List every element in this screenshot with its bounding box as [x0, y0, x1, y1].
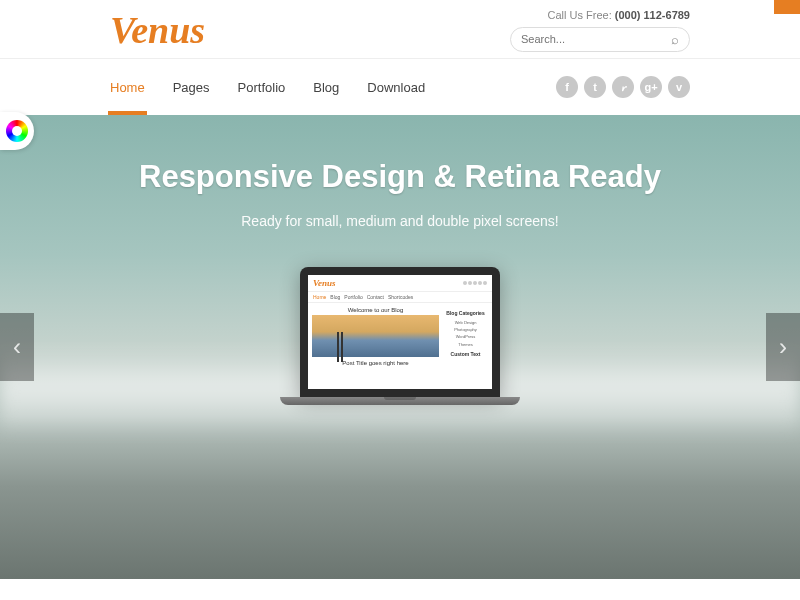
mini-side-heading: Blog Categories [443, 309, 488, 318]
mini-side-item: WordPress [443, 333, 488, 340]
laptop-base [280, 397, 520, 405]
mini-header: Venus [308, 275, 492, 292]
social-icons: f t 𝓻 g+ v [556, 76, 690, 98]
mini-nav-item: Portfolio [344, 294, 362, 300]
mini-post-image [312, 315, 439, 357]
laptop-mockup: Venus Home Blog Portfolio Con [280, 267, 520, 405]
mini-side-item: Themes [443, 341, 488, 348]
mini-nav-item: Home [313, 294, 326, 300]
corner-tab[interactable] [774, 0, 800, 14]
slider-next[interactable]: › [766, 313, 800, 381]
mini-logo: Venus [313, 278, 336, 288]
chevron-right-icon: › [779, 333, 787, 361]
laptop-display: Venus Home Blog Portfolio Con [308, 275, 492, 389]
mini-body: Welcome to our Blog Post Title goes righ… [308, 303, 492, 372]
hero-subtitle: Ready for small, medium and double pixel… [0, 213, 800, 229]
mini-social [463, 281, 487, 285]
mini-welcome: Welcome to our Blog [312, 307, 439, 313]
call-free: Call Us Free: (000) 112-6789 [548, 9, 690, 21]
phone-number: (000) 112-6789 [615, 9, 690, 21]
color-wheel-icon [6, 120, 28, 142]
nav-item-pages[interactable]: Pages [173, 60, 210, 115]
mini-side-item: Photography [443, 326, 488, 333]
mini-main: Welcome to our Blog Post Title goes righ… [312, 307, 439, 368]
twitter-icon[interactable]: t [584, 76, 606, 98]
mini-dot-icon [468, 281, 472, 285]
topbar-right: Call Us Free: (000) 112-6789 ⌕ [510, 9, 690, 52]
hero-slider: ‹ › Responsive Design & Retina Ready Rea… [0, 115, 800, 579]
mini-nav: Home Blog Portfolio Contact Shortcodes [308, 292, 492, 303]
rss-icon[interactable]: 𝓻 [612, 76, 634, 98]
search-input[interactable] [521, 33, 671, 45]
mini-nav-item: Shortcodes [388, 294, 413, 300]
mini-dot-icon [463, 281, 467, 285]
mini-post-title: Post Title goes right here [312, 360, 439, 366]
nav-item-portfolio[interactable]: Portfolio [238, 60, 286, 115]
facebook-icon[interactable]: f [556, 76, 578, 98]
nav-item-download[interactable]: Download [367, 60, 425, 115]
hero-title: Responsive Design & Retina Ready [0, 159, 800, 195]
mini-nav-item: Contact [367, 294, 384, 300]
mini-dot-icon [473, 281, 477, 285]
mini-dot-icon [483, 281, 487, 285]
nav-menu: Home Pages Portfolio Blog Download [110, 60, 425, 115]
mini-side-item: Web Design [443, 319, 488, 326]
search-box[interactable]: ⌕ [510, 27, 690, 52]
mini-side-heading: Custom Text [443, 350, 488, 359]
gplus-icon[interactable]: g+ [640, 76, 662, 98]
call-label: Call Us Free: [548, 9, 615, 21]
hero-content: Responsive Design & Retina Ready Ready f… [0, 115, 800, 405]
chevron-left-icon: ‹ [13, 333, 21, 361]
mini-nav-item: Blog [330, 294, 340, 300]
vimeo-icon[interactable]: v [668, 76, 690, 98]
nav-item-home[interactable]: Home [110, 60, 145, 115]
mini-dot-icon [478, 281, 482, 285]
navbar: Home Pages Portfolio Blog Download f t 𝓻… [0, 59, 800, 115]
laptop-screen: Venus Home Blog Portfolio Con [300, 267, 500, 397]
logo[interactable]: Venus [110, 8, 205, 52]
topbar: Venus Call Us Free: (000) 112-6789 ⌕ [0, 0, 800, 58]
mini-sidebar: Blog Categories Web Design Photography W… [443, 307, 488, 368]
search-icon[interactable]: ⌕ [671, 32, 679, 47]
nav-item-blog[interactable]: Blog [313, 60, 339, 115]
slider-prev[interactable]: ‹ [0, 313, 34, 381]
